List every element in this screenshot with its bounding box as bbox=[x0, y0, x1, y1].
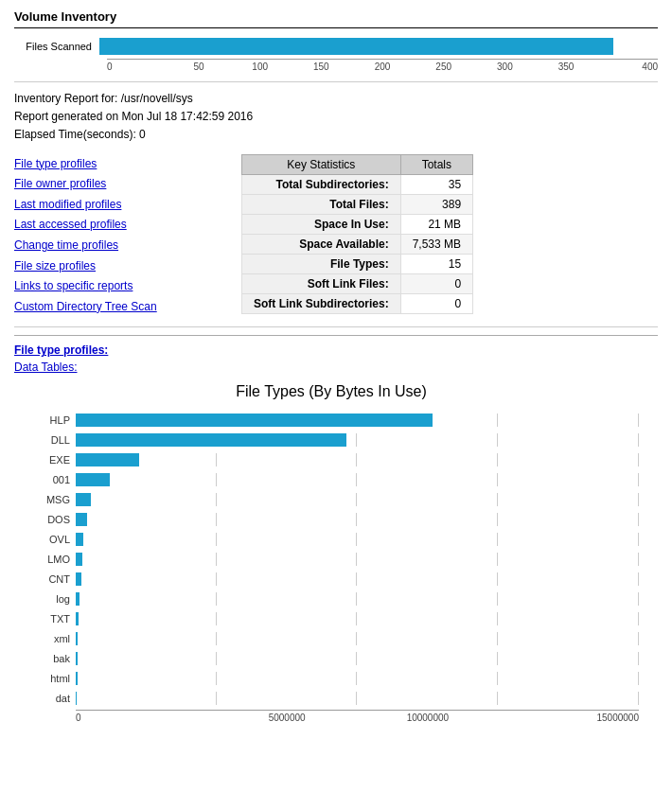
chart-bars-container: HLPDLLEXE001MSGDOSOVLLMOCNTlogTXTxmlbakh… bbox=[24, 412, 639, 707]
chart-bar-track-5 bbox=[76, 513, 639, 526]
stats-value-3: 7,533 MB bbox=[400, 234, 472, 254]
chart-bar-row-3: 001 bbox=[24, 471, 639, 488]
chart-bar-row-10: TXT bbox=[24, 610, 639, 627]
stats-value-5: 0 bbox=[400, 273, 472, 293]
x-tick-150: 150 bbox=[291, 62, 352, 72]
x-tick-250: 250 bbox=[413, 62, 474, 72]
chart-bar-track-3 bbox=[76, 473, 639, 486]
chart-bar-label-8: CNT bbox=[24, 573, 76, 585]
chart-x-tick-0: 0 bbox=[76, 713, 217, 723]
chart-bar-row-2: EXE bbox=[24, 451, 639, 468]
chart-bar-label-9: log bbox=[24, 593, 76, 605]
chart-bar-row-0: HLP bbox=[24, 412, 639, 429]
chart-bar-label-0: HLP bbox=[24, 414, 76, 426]
chart-bar-row-13: html bbox=[24, 670, 639, 687]
page-title: Volume Inventory bbox=[14, 9, 658, 28]
report-info: Inventory Report for: /usr/novell/sys Re… bbox=[14, 90, 658, 145]
chart-bar-track-13 bbox=[76, 672, 639, 685]
chart-bar-track-1 bbox=[76, 433, 639, 447]
stats-value-2: 21 MB bbox=[400, 214, 472, 234]
link-last-modified-profiles[interactable]: Last modified profiles bbox=[14, 195, 222, 216]
x-tick-50: 50 bbox=[168, 62, 230, 72]
chart-bar-label-6: OVL bbox=[24, 534, 76, 545]
stats-label-4: File Types: bbox=[242, 254, 401, 273]
chart-bar-fill-0 bbox=[76, 414, 433, 427]
chart-bar-fill-10 bbox=[76, 612, 79, 625]
chart-bar-fill-7 bbox=[76, 553, 82, 566]
stats-label-5: Soft Link Files: bbox=[242, 273, 401, 293]
chart-bar-row-7: LMO bbox=[24, 551, 639, 568]
chart-bar-row-1: DLL bbox=[24, 431, 639, 449]
chart-bar-track-9 bbox=[76, 592, 639, 606]
stats-label-2: Space In Use: bbox=[242, 214, 401, 234]
chart-bar-fill-11 bbox=[76, 632, 78, 645]
chart-x-tick-15m: 15000000 bbox=[498, 713, 639, 723]
chart-bar-fill-4 bbox=[76, 493, 91, 506]
file-type-section-header: File type profiles: bbox=[14, 335, 658, 357]
chart-bar-track-4 bbox=[76, 493, 639, 506]
x-tick-200: 200 bbox=[352, 62, 414, 72]
file-type-profiles-link[interactable]: File type profiles: bbox=[14, 343, 108, 357]
chart-bar-label-4: MSG bbox=[24, 494, 76, 505]
stats-row-4: File Types:15 bbox=[242, 254, 473, 273]
chart-bar-track-2 bbox=[76, 453, 639, 466]
link-file-owner-profiles[interactable]: File owner profiles bbox=[14, 174, 222, 195]
stats-label-0: Total Subdirectories: bbox=[242, 174, 401, 194]
chart-bar-fill-6 bbox=[76, 533, 83, 546]
chart-bar-row-5: DOS bbox=[24, 511, 639, 528]
chart-bar-track-12 bbox=[76, 652, 639, 665]
stats-value-0: 35 bbox=[400, 174, 472, 194]
chart-bar-track-11 bbox=[76, 632, 639, 645]
chart-bar-label-5: DOS bbox=[24, 514, 76, 525]
chart-bar-row-11: xml bbox=[24, 630, 639, 647]
chart-bar-fill-2 bbox=[76, 453, 139, 466]
chart-title: File Types (By Bytes In Use) bbox=[24, 383, 639, 400]
chart-bar-label-7: LMO bbox=[24, 554, 76, 565]
chart-bar-label-14: dat bbox=[24, 693, 76, 704]
divider-1 bbox=[14, 81, 658, 82]
stats-label-3: Space Available: bbox=[242, 234, 401, 254]
chart-x-tick-5m: 5000000 bbox=[217, 713, 358, 723]
chart-bar-track-0 bbox=[76, 414, 639, 427]
report-line3: Elapsed Time(seconds): 0 bbox=[14, 126, 658, 144]
chart-bar-label-3: 001 bbox=[24, 474, 76, 485]
chart-bar-track-10 bbox=[76, 612, 639, 625]
chart-bar-row-4: MSG bbox=[24, 491, 639, 508]
link-last-accessed-profiles[interactable]: Last accessed profiles bbox=[14, 215, 222, 236]
x-tick-350: 350 bbox=[536, 62, 597, 72]
link-links-specific-reports[interactable]: Links to specific reports bbox=[14, 276, 222, 297]
chart-bar-fill-1 bbox=[76, 433, 346, 447]
chart-bar-row-14: dat bbox=[24, 690, 639, 707]
links-column: File type profiles File owner profiles L… bbox=[14, 154, 222, 318]
link-file-size-profiles[interactable]: File size profiles bbox=[14, 256, 222, 277]
x-tick-300: 300 bbox=[474, 62, 536, 72]
stats-value-4: 15 bbox=[400, 254, 472, 273]
stats-column: Key Statistics Totals Total Subdirectori… bbox=[241, 154, 473, 318]
link-file-type-profiles[interactable]: File type profiles bbox=[14, 154, 222, 175]
files-scanned-bar-container bbox=[99, 38, 658, 55]
chart-bar-fill-14 bbox=[76, 692, 77, 705]
stats-row-1: Total Files:389 bbox=[242, 194, 473, 214]
links-stats-section: File type profiles File owner profiles L… bbox=[14, 154, 658, 318]
chart-bar-label-1: DLL bbox=[24, 434, 76, 446]
data-tables-link[interactable]: Data Tables: bbox=[14, 361, 78, 374]
report-line2: Report generated on Mon Jul 18 17:42:59 … bbox=[14, 108, 658, 126]
chart-bar-fill-12 bbox=[76, 652, 78, 665]
x-tick-100: 100 bbox=[229, 62, 291, 72]
chart-bar-track-14 bbox=[76, 692, 639, 705]
stats-label-1: Total Files: bbox=[242, 194, 401, 214]
stats-row-0: Total Subdirectories:35 bbox=[242, 174, 473, 194]
stats-row-3: Space Available:7,533 MB bbox=[242, 234, 473, 254]
chart-bar-row-9: log bbox=[24, 590, 639, 607]
link-custom-directory-tree-scan[interactable]: Custom Directory Tree Scan bbox=[14, 297, 222, 318]
stats-value-6: 0 bbox=[400, 293, 472, 313]
chart-bar-track-7 bbox=[76, 553, 639, 566]
link-change-time-profiles[interactable]: Change time profiles bbox=[14, 236, 222, 256]
x-tick-400: 400 bbox=[596, 62, 658, 72]
stats-value-1: 389 bbox=[400, 194, 472, 214]
chart-bar-row-8: CNT bbox=[24, 571, 639, 588]
report-line1: Inventory Report for: /usr/novell/sys bbox=[14, 90, 658, 108]
chart-bar-label-10: TXT bbox=[24, 613, 76, 625]
chart-bar-label-12: bak bbox=[24, 653, 76, 664]
chart-bar-track-8 bbox=[76, 572, 639, 586]
